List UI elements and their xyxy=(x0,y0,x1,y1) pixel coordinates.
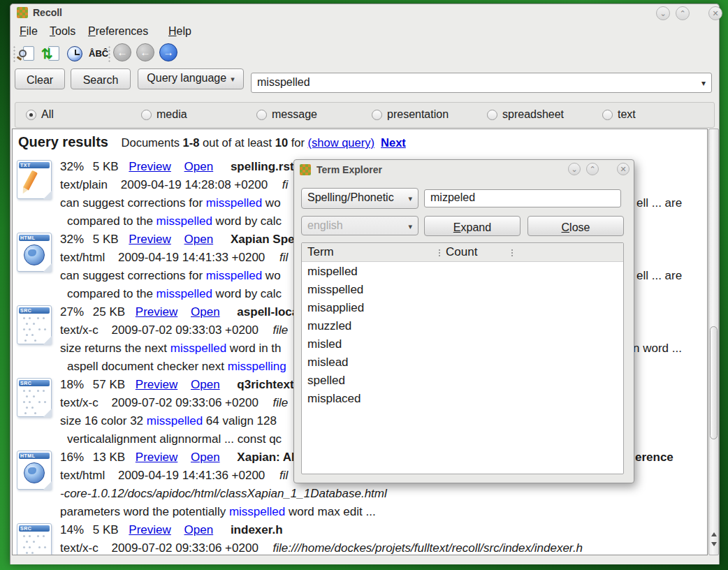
tool-bar: ⇅ ÅBĈ ← ← → xyxy=(10,42,719,68)
next-page-link[interactable]: Next xyxy=(381,136,406,149)
clock-icon xyxy=(67,46,82,61)
first-page-button[interactable]: ← xyxy=(113,43,131,61)
next-page-button[interactable]: → xyxy=(159,43,177,61)
radio-icon xyxy=(487,110,497,120)
preview-link[interactable]: Preview xyxy=(129,233,170,246)
preview-link[interactable]: Preview xyxy=(136,305,177,319)
show-query-link[interactable]: (show query) xyxy=(308,136,374,149)
src-file-icon: SRC xyxy=(17,378,52,417)
clipped-title-fragment: erence xyxy=(635,451,674,465)
search-mode-select[interactable]: Query language▾ xyxy=(138,68,244,89)
open-link[interactable]: Open xyxy=(184,523,214,536)
term-table: Term Count mispelled misspelled misappli… xyxy=(301,242,624,474)
chevron-down-icon: ▾ xyxy=(231,75,235,83)
search-icon xyxy=(19,50,27,57)
up-down-arrows-icon: ⇅ xyxy=(41,45,53,62)
menu-preferences[interactable]: Preferences xyxy=(87,23,150,40)
term-row[interactable]: mislead xyxy=(302,354,623,372)
recoll-logo-icon xyxy=(300,164,311,175)
results-scrollbar[interactable] xyxy=(708,129,719,555)
minimize-button[interactable]: ⌄ xyxy=(656,6,670,20)
preview-link[interactable]: Preview xyxy=(136,451,177,464)
term-row[interactable]: misled xyxy=(302,336,623,354)
txt-file-icon: TXT xyxy=(17,160,52,199)
category-filter-panel: All media message presentation spreadshe… xyxy=(15,102,715,128)
column-resize-handle[interactable] xyxy=(439,249,440,257)
radio-icon xyxy=(141,110,152,120)
preview-link[interactable]: Preview xyxy=(136,378,177,391)
term-input[interactable]: mizpeled xyxy=(424,189,621,207)
clipped-text-fragment: ell ... are xyxy=(636,196,682,210)
sort-by-dates-button[interactable]: ⇅ xyxy=(41,44,62,65)
open-link[interactable]: Open xyxy=(191,378,220,391)
query-input[interactable]: misspelled ▾ xyxy=(251,73,712,93)
spellcheck-abc-icon: ÅBĈ xyxy=(89,48,108,59)
dialog-close-action-button[interactable]: Close xyxy=(527,216,624,236)
language-select[interactable]: english ▾ xyxy=(301,216,418,235)
recoll-logo-icon xyxy=(17,7,28,18)
radio-icon xyxy=(256,110,267,120)
radio-icon xyxy=(372,110,382,120)
clipped-text-fragment: n word ... xyxy=(633,342,682,356)
results-title: Query results xyxy=(18,134,108,149)
results-range: 1-8 xyxy=(183,136,200,149)
preview-link[interactable]: Preview xyxy=(129,160,170,173)
column-term[interactable]: Term xyxy=(307,245,334,259)
menu-help[interactable]: Help xyxy=(167,23,193,40)
toolbar-separator xyxy=(13,45,15,64)
result-row: SRC 14% 5 KB Preview Open indexer.h text… xyxy=(13,522,704,555)
maximize-button[interactable]: ⌃ xyxy=(676,6,690,20)
chevron-down-icon: ▾ xyxy=(408,194,412,203)
dialog-close-button[interactable]: ✕ xyxy=(617,163,629,175)
open-link[interactable]: Open xyxy=(191,305,220,319)
dialog-title-bar[interactable]: Term Explorer ⌄ ⌃ ✕ xyxy=(294,160,634,180)
preview-link[interactable]: Preview xyxy=(129,523,170,536)
term-row[interactable]: misspelled xyxy=(302,282,623,300)
term-row[interactable]: mispelled xyxy=(302,263,623,282)
dialog-title: Term Explorer xyxy=(316,164,382,175)
term-row[interactable]: misapplied xyxy=(302,300,623,318)
scroll-up-arrow[interactable] xyxy=(711,532,717,536)
column-resize-handle[interactable] xyxy=(511,249,513,257)
show-preview-button[interactable] xyxy=(17,44,38,65)
radio-icon xyxy=(602,110,613,120)
chevron-down-icon: ▾ xyxy=(408,222,412,231)
term-explorer-button[interactable]: ÅBĈ xyxy=(87,44,108,65)
previous-page-button[interactable]: ← xyxy=(136,43,154,61)
search-button[interactable]: Search xyxy=(71,68,131,89)
term-row[interactable]: muzzled xyxy=(302,318,623,336)
menu-tools[interactable]: Tools xyxy=(48,23,77,40)
title-bar[interactable]: Recoll ⌄ ⌃ ✕ xyxy=(10,4,719,22)
src-file-icon: SRC xyxy=(17,523,52,555)
window-title: Recoll xyxy=(33,7,62,18)
search-row: Clear Search Query language▾ misspelled … xyxy=(10,68,719,98)
doc-title: indexer.h xyxy=(231,523,283,536)
menu-file[interactable]: File xyxy=(18,23,39,40)
src-file-icon: SRC xyxy=(17,305,52,344)
html-file-icon: HTML xyxy=(17,233,52,272)
clear-button[interactable]: Clear xyxy=(15,68,65,89)
scroll-down-arrow[interactable] xyxy=(711,542,717,546)
term-row[interactable]: misplaced xyxy=(302,390,623,409)
toolbar-separator xyxy=(108,45,110,64)
dialog-minimize-button[interactable]: ⌄ xyxy=(568,163,581,175)
html-file-icon: HTML xyxy=(17,451,52,490)
open-link[interactable]: Open xyxy=(184,160,214,173)
open-link[interactable]: Open xyxy=(191,451,220,464)
expand-button[interactable]: Expand xyxy=(424,216,520,236)
results-total: 10 xyxy=(275,136,288,149)
scrollbar-thumb[interactable] xyxy=(710,326,718,439)
radio-selected-icon xyxy=(26,110,36,120)
doc-title: spelling.rst xyxy=(231,160,294,173)
expansion-mode-select[interactable]: Spelling/Phonetic ▾ xyxy=(301,188,418,209)
history-button[interactable] xyxy=(65,44,86,65)
column-count[interactable]: Count xyxy=(446,245,477,259)
term-row[interactable]: spelled xyxy=(302,372,623,390)
open-link[interactable]: Open xyxy=(184,233,214,246)
chevron-down-icon: ▾ xyxy=(701,78,706,88)
menu-bar: File Tools Preferences Help xyxy=(10,22,719,42)
term-table-header[interactable]: Term Count xyxy=(302,243,623,262)
dialog-maximize-button[interactable]: ⌃ xyxy=(586,163,599,175)
close-button[interactable]: ✕ xyxy=(708,6,722,20)
clipped-text-fragment: ell ... are xyxy=(636,269,682,283)
